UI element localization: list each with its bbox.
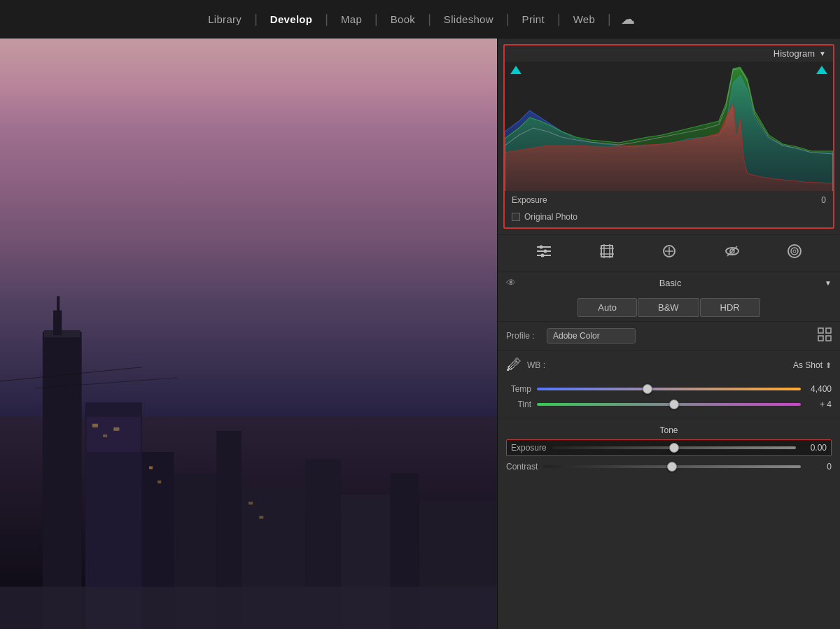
exposure-slider-thumb[interactable] [669,443,679,453]
svg-rect-16 [103,434,107,437]
temp-slider-thumb[interactable] [643,384,652,394]
svg-point-42 [788,245,801,257]
contrast-label: Contrast [506,462,538,472]
svg-point-44 [793,250,796,253]
tint-slider-track[interactable] [537,403,801,406]
nav-item-book[interactable]: Book [378,13,428,25]
basic-section-collapse-arrow[interactable]: ▼ [825,279,832,287]
svg-rect-4 [57,296,59,313]
temp-label: Temp [506,384,531,394]
basic-section-title: Basic [659,278,682,288]
highlight-clipping-indicator[interactable] [816,66,827,74]
svg-rect-22 [0,586,497,629]
histogram-exposure-value: 0 [821,195,826,205]
basic-section: 👁 Basic ▼ Auto B&W HDR Profile : Adobe C… [498,271,840,629]
svg-rect-3 [53,310,62,334]
exposure-slider-track[interactable] [552,446,796,449]
profile-label: Profile : [506,331,541,341]
svg-rect-47 [818,336,823,341]
wb-top-row: 🖉 WB : As Shot ⬆ [506,356,832,374]
nav-item-map[interactable]: Map [328,13,374,25]
svg-rect-48 [826,336,831,341]
radial-filter-tool[interactable] [787,243,802,262]
svg-rect-6 [87,416,141,452]
tool-icons-row [498,234,840,271]
tint-slider-row: Tint + 4 [506,397,832,412]
city-silhouette [0,275,497,629]
svg-point-26 [539,246,542,249]
tone-heading: Tone [506,421,832,439]
photo-canvas [0,38,497,629]
auto-button[interactable]: Auto [578,298,637,317]
svg-rect-31 [601,246,612,257]
svg-rect-45 [818,328,823,333]
tint-slider-thumb[interactable] [669,400,679,409]
svg-point-30 [540,254,544,257]
histogram-title: Histogram [774,48,815,59]
histogram-header: Histogram ▼ [505,45,833,62]
nav-item-print[interactable]: Print [510,13,557,25]
exposure-row: Exposure 0.00 [506,439,832,456]
contrast-value: 0 [806,462,832,472]
nav-item-web[interactable]: Web [561,13,608,25]
profile-select[interactable]: Adobe Color Adobe Landscape Adobe Portra… [547,328,636,344]
basic-section-header: 👁 Basic ▼ [498,271,840,294]
svg-rect-46 [826,328,831,333]
tone-mode-buttons: Auto B&W HDR [498,294,840,322]
histogram-canvas [505,62,833,191]
basic-adjustments-tool[interactable] [536,243,552,262]
contrast-slider-row: Contrast 0 [506,459,832,474]
original-photo-checkbox[interactable] [512,213,520,221]
contrast-slider-track[interactable] [543,465,801,468]
redeye-tool[interactable] [724,243,740,262]
nav-item-develop[interactable]: Develop [258,13,325,25]
original-photo-row: Original Photo [505,209,833,227]
svg-point-43 [791,248,798,255]
contrast-slider-thumb[interactable] [667,462,677,472]
photo-background [0,38,497,629]
white-balance-section: 🖉 WB : As Shot ⬆ Temp 4,400 [498,351,840,418]
nav-item-slideshow[interactable]: Slideshow [431,13,506,25]
svg-rect-15 [92,423,98,427]
temp-value: 4,400 [806,384,832,394]
temp-slider-row: Temp 4,400 [506,381,832,397]
original-photo-label: Original Photo [524,212,578,222]
tone-section: Tone Exposure 0.00 Contrast 0 [498,418,840,477]
exposure-value: 0.00 [802,443,827,453]
wb-value: As Shot [793,360,822,370]
wb-dropdown-arrow[interactable]: ⬆ [825,361,832,370]
cloud-sync-icon[interactable]: ☁ [611,10,645,27]
profile-row: Profile : Adobe Color Adobe Landscape Ad… [498,322,840,351]
eyedropper-icon[interactable]: 🖉 [506,356,522,374]
shadow-clipping-indicator[interactable] [510,66,522,74]
svg-point-28 [543,250,547,253]
temp-slider-track[interactable] [537,388,801,390]
tint-label: Tint [506,400,531,409]
nav-item-library[interactable]: Library [195,13,254,25]
histogram-section: Histogram ▼ [503,44,834,229]
hdr-button[interactable]: HDR [700,298,760,317]
histogram-exposure-label: Exposure [512,195,547,205]
wb-label: WB : [527,360,545,370]
histogram-chart [505,62,833,191]
main-layout: Histogram ▼ [0,38,840,629]
bw-button[interactable]: B&W [638,298,699,317]
histogram-info: Exposure 0 [505,191,833,209]
profile-browse-icon[interactable] [818,327,832,344]
exposure-label: Exposure [511,443,547,453]
histogram-collapse-arrow[interactable]: ▼ [819,50,826,57]
healing-tool[interactable] [662,243,677,262]
svg-rect-19 [158,480,161,483]
svg-rect-17 [113,427,119,430]
section-visibility-icon[interactable]: 👁 [506,277,516,288]
svg-rect-18 [149,466,153,469]
svg-rect-21 [259,516,263,518]
svg-rect-2 [44,330,80,337]
tint-value: + 4 [806,400,832,409]
svg-rect-20 [248,502,253,504]
crop-tool[interactable] [599,243,615,262]
top-navigation: Library | Develop | Map | Book | Slidesh… [0,0,840,38]
right-panel: Histogram ▼ [497,38,840,629]
